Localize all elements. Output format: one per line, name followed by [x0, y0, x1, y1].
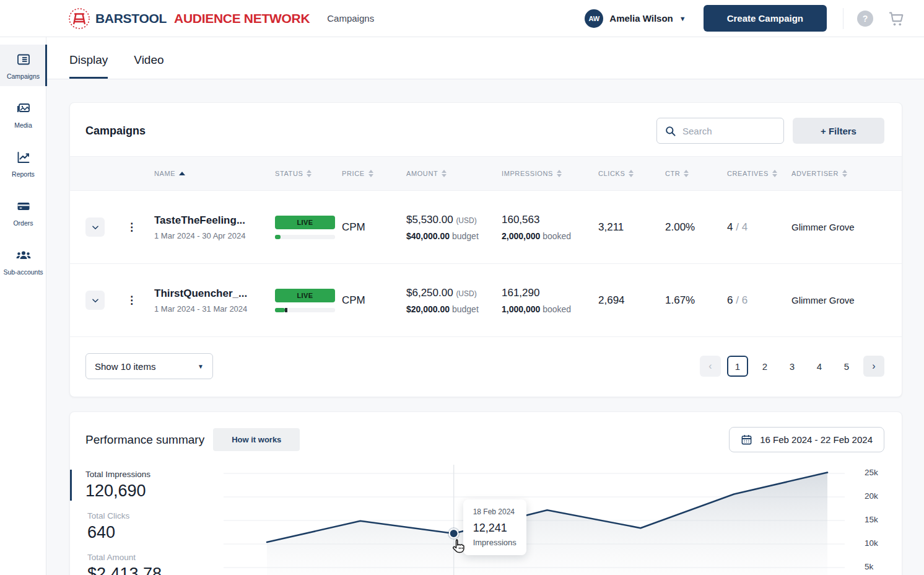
- impressions-value: 160,563: [502, 214, 598, 226]
- cart-icon[interactable]: [888, 10, 905, 27]
- tooltip-metric: Impressions: [473, 538, 516, 547]
- sidebar-item-sub-accounts[interactable]: Sub-accounts: [0, 240, 46, 282]
- advertiser-value: Glimmer Grove: [791, 222, 902, 232]
- create-campaign-button[interactable]: Create Campaign: [704, 5, 827, 32]
- y-tick-label: 5k: [865, 562, 873, 571]
- campaign-dates: 1 Mar 2024 - 31 Mar 2024: [154, 304, 275, 314]
- hand-cursor-icon: [450, 538, 467, 555]
- sort-icon: [629, 170, 634, 177]
- sidebar-item-label: Media: [14, 121, 32, 129]
- progress-bar: [275, 308, 335, 312]
- help-icon[interactable]: ?: [857, 11, 873, 27]
- search-icon: [665, 125, 676, 137]
- barstool-stool-icon: [68, 7, 90, 30]
- sort-icon: [684, 170, 689, 177]
- amount-value: $5,530.00 (USD): [406, 214, 502, 226]
- user-name[interactable]: Amelia Wilson: [609, 13, 673, 24]
- chart-stats: Total Impressions 120,690 Total Clicks 6…: [70, 459, 224, 575]
- status-badge: LIVE: [275, 216, 335, 229]
- expand-row-button[interactable]: [85, 291, 105, 310]
- column-header-status[interactable]: STATUS: [275, 170, 342, 177]
- column-header-name[interactable]: NAME: [154, 170, 275, 177]
- ctr-value: 1.67%: [665, 294, 727, 307]
- status-badge: LIVE: [275, 289, 335, 302]
- progress-bar: [275, 235, 335, 239]
- chart-icon: [16, 150, 31, 167]
- column-header-impressions[interactable]: IMPRESSIONS: [502, 170, 598, 177]
- campaign-name[interactable]: ThirstQuencher_...: [154, 288, 275, 300]
- sort-icon: [842, 170, 847, 177]
- page-button-3[interactable]: 3: [782, 356, 803, 377]
- clicks-value: 2,694: [598, 294, 665, 307]
- tab-bar: Display Video: [46, 37, 924, 79]
- sort-icon: [772, 170, 777, 177]
- price-type: CPM: [342, 294, 406, 307]
- credit-card-icon: [16, 199, 31, 216]
- table-row: ⋮ ThirstQuencher_... 1 Mar 2024 - 31 Mar…: [70, 264, 902, 337]
- tab-video[interactable]: Video: [134, 53, 163, 79]
- tab-display[interactable]: Display: [69, 53, 108, 79]
- row-menu-icon[interactable]: ⋮: [126, 294, 137, 306]
- column-header-amount[interactable]: AMOUNT: [406, 170, 502, 177]
- page-button-1[interactable]: 1: [727, 356, 748, 377]
- search-input[interactable]: [682, 126, 769, 136]
- stat-total-amount[interactable]: Total Amount $2,413.78: [70, 553, 224, 575]
- users-icon: [15, 248, 32, 265]
- next-page-button[interactable]: ›: [863, 356, 884, 377]
- expand-row-button[interactable]: [85, 217, 105, 237]
- impressions-value: 161,290: [502, 287, 598, 299]
- sidebar-item-reports[interactable]: Reports: [0, 143, 46, 184]
- booked-value: 1,000,000 booked: [502, 304, 598, 314]
- column-header-clicks[interactable]: CLICKS: [598, 170, 665, 177]
- sidebar-item-media[interactable]: Media: [0, 94, 46, 135]
- y-tick-label: 20k: [865, 491, 878, 501]
- chart-tooltip: 18 Feb 2024 12,241 Impressions: [463, 499, 526, 555]
- brand-name-secondary: AUDIENCE NETWORK: [174, 11, 310, 26]
- sort-icon: [368, 170, 373, 177]
- impressions-chart[interactable]: 25k20k15k10k5k 18 Feb 2024 12,241 Impres…: [224, 465, 902, 575]
- user-menu-caret-icon[interactable]: ▼: [679, 15, 686, 22]
- budget-value: $40,000.00 budget: [406, 231, 502, 241]
- avatar[interactable]: AW: [585, 9, 603, 28]
- campaign-name[interactable]: TasteTheFeeling...: [154, 214, 275, 227]
- page-button-2[interactable]: 2: [754, 356, 775, 377]
- filters-button[interactable]: + Filters: [793, 118, 884, 144]
- pagination: Show 10 items ▼ ‹ 1 2 3 4 5 ›: [70, 337, 902, 397]
- sidebar-item-label: Reports: [12, 170, 35, 178]
- table-row: ⋮ TasteTheFeeling... 1 Mar 2024 - 30 Apr…: [70, 191, 902, 264]
- creatives-value: 6 / 6: [727, 294, 791, 307]
- how-it-works-button[interactable]: How it works: [213, 428, 300, 451]
- sidebar: Campaigns Media Reports: [0, 37, 46, 575]
- stat-total-impressions[interactable]: Total Impressions 120,690: [70, 470, 224, 501]
- sidebar-item-campaigns[interactable]: Campaigns: [0, 45, 46, 86]
- sidebar-item-label: Sub-accounts: [3, 268, 43, 276]
- performance-title: Performance summary: [85, 433, 204, 447]
- budget-value: $20,000.00 budget: [406, 304, 502, 314]
- stat-total-clicks[interactable]: Total Clicks 640: [70, 511, 224, 542]
- search-box[interactable]: [656, 118, 784, 144]
- row-menu-icon[interactable]: ⋮: [126, 221, 137, 233]
- sort-icon: [442, 170, 447, 177]
- column-header-price[interactable]: PRICE: [342, 170, 406, 177]
- column-header-creatives[interactable]: CREATIVES: [727, 170, 791, 177]
- prev-page-button[interactable]: ‹: [700, 356, 721, 377]
- items-per-page-select[interactable]: Show 10 items ▼: [85, 353, 213, 379]
- column-header-ctr[interactable]: CTR: [665, 170, 727, 177]
- table-header: NAME STATUS PRICE AMOUNT IMPRESSIONS CLI…: [70, 156, 902, 191]
- tooltip-date: 18 Feb 2024: [473, 507, 516, 516]
- media-icon: [16, 101, 31, 118]
- amount-value: $6,250.00 (USD): [406, 287, 502, 299]
- y-tick-label: 25k: [865, 468, 878, 477]
- header-divider: [843, 8, 843, 29]
- date-range-picker[interactable]: 16 Feb 2024 - 22 Feb 2024: [729, 427, 884, 452]
- sort-asc-icon: [179, 172, 185, 175]
- column-header-advertiser[interactable]: ADVERTISER: [791, 170, 902, 177]
- page-button-4[interactable]: 4: [809, 356, 830, 377]
- clicks-value: 3,211: [598, 221, 665, 234]
- creatives-value: 4 / 4: [727, 221, 791, 234]
- chevron-down-icon: ▼: [198, 363, 204, 370]
- chart-plot-area[interactable]: [224, 465, 845, 575]
- sidebar-item-orders[interactable]: Orders: [0, 191, 46, 233]
- campaigns-panel-title: Campaigns: [85, 125, 146, 138]
- page-button-5[interactable]: 5: [836, 356, 857, 377]
